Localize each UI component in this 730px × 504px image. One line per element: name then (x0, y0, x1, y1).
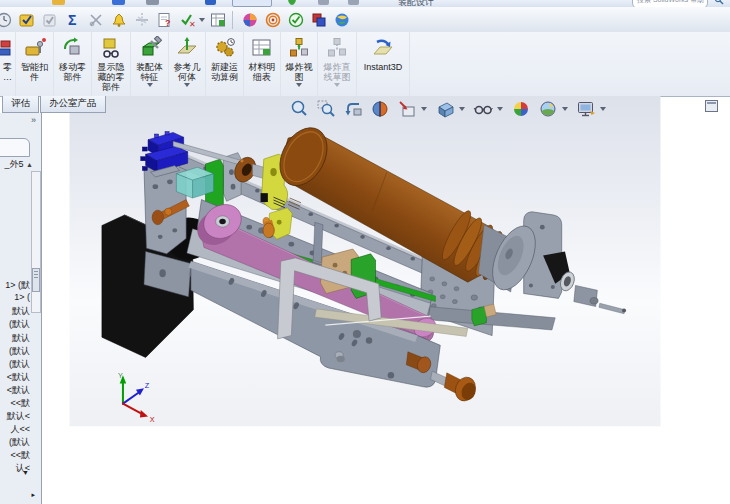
view-settings-icon[interactable] (575, 98, 596, 119)
tree-item[interactable]: (默认 (9, 358, 30, 371)
tree-item[interactable]: <默认 (7, 384, 30, 397)
tree-item[interactable]: (默认 (9, 345, 30, 358)
toolbar-separator (232, 11, 233, 29)
tree-item[interactable]: 1> ( (14, 292, 30, 302)
zoom-to-area-icon[interactable] (315, 98, 336, 119)
model-part-tan-bit[interactable] (484, 304, 496, 317)
select-tool-button[interactable] (232, 0, 272, 7)
dropdown-arrow-icon[interactable] (562, 107, 568, 111)
cm-show-hidden-components-button[interactable]: 显示隐 藏的零 部件 (92, 32, 131, 96)
tree-item[interactable]: (默认 (9, 436, 30, 449)
solidworks-window: 装配设计 搜索 SolidWorks 帮助 Σ ? ✕ 零 … 智能扣 件 (0, 0, 730, 504)
instant3d-icon (370, 35, 396, 61)
tree-item[interactable]: 默认 (12, 305, 30, 318)
print-icon[interactable] (146, 0, 159, 5)
cm-assembly-features-button[interactable]: 装配体 特征 (131, 32, 169, 96)
design-table-icon[interactable] (207, 10, 228, 30)
save-icon[interactable] (112, 0, 125, 5)
svg-text:Y: Y (118, 371, 123, 380)
svg-text:Z: Z (145, 381, 150, 390)
svg-text:X: X (150, 415, 155, 424)
tree-item[interactable]: 1> (默 (5, 279, 30, 292)
model-part-cyan-block[interactable] (176, 167, 213, 198)
equations-sigma-icon[interactable]: Σ (62, 10, 83, 30)
cm-reference-geometry-button[interactable]: 参考几 何体 (169, 32, 206, 96)
tree-item[interactable]: <<默 (10, 449, 30, 462)
heads-up-toolbar (288, 98, 613, 119)
approve-check-icon[interactable] (285, 10, 306, 30)
help-document-icon[interactable]: ? (154, 10, 175, 30)
section-view-icon[interactable] (369, 98, 390, 119)
search-icon[interactable] (714, 0, 724, 5)
cm-explode-line-sketch-button[interactable]: 爆炸直 线草图 (318, 32, 357, 96)
tree-item[interactable]: <<默 (10, 397, 30, 410)
model-part-green-bit[interactable] (472, 306, 487, 325)
tab-office-products[interactable]: 办公室产品 (40, 96, 106, 113)
dropdown-arrow-icon[interactable] (199, 18, 205, 22)
folder-icon[interactable] (52, 0, 65, 5)
zoom-to-fit-icon[interactable] (288, 98, 309, 119)
dropdown-arrow-icon[interactable] (421, 107, 427, 111)
cm-move-component-button[interactable]: 移动零 部件 (54, 32, 92, 96)
tree-item[interactable]: 默认< (7, 410, 30, 423)
tree-item[interactable]: (默认 (9, 318, 30, 331)
window-restore-icon[interactable] (705, 100, 718, 112)
dropdown-arrow-icon[interactable] (334, 83, 340, 87)
world-sphere-icon[interactable] (331, 10, 352, 30)
cm-new-motion-study-button[interactable]: 新建运 动算例 (206, 32, 244, 96)
compare-squares-icon[interactable] (308, 10, 329, 30)
command-tab-strip: 评估 办公室产品 (2, 96, 107, 113)
tree-item[interactable]: 人<< (10, 423, 30, 436)
panel-resize-icon[interactable]: ▸ (31, 491, 35, 499)
check-wand-icon[interactable]: ✕ (177, 10, 198, 30)
feature-manager-panel: » _外5 ▲ 1> (默 1> ( 默认 (默认 默认 (默认 (默认 <默认… (0, 113, 42, 504)
undo-icon[interactable] (205, 0, 216, 5)
previous-view-icon[interactable] (342, 98, 363, 119)
panel-tab[interactable] (0, 138, 30, 157)
alert-bell-icon[interactable] (108, 10, 129, 30)
tree-item[interactable]: 默认 (12, 332, 30, 345)
rebuild-icon[interactable] (288, 0, 296, 5)
dropdown-arrow-icon[interactable] (459, 107, 465, 111)
tree-scrollbar-thumb[interactable] (32, 268, 40, 292)
render-ball-icon[interactable] (239, 10, 260, 30)
tree-overflow-icon[interactable]: ▼ (22, 469, 29, 476)
insert-component-icon (0, 35, 14, 61)
reference-geometry-icon (174, 35, 200, 61)
no-sketch-icon[interactable] (85, 10, 106, 30)
tree-item[interactable]: <默认 (7, 371, 30, 384)
tab-evaluate[interactable]: 评估 (2, 96, 39, 113)
cm-smart-fasteners-button[interactable]: 智能扣 件 (16, 32, 54, 96)
display-style-icon[interactable] (434, 98, 455, 119)
cm-instant3d-button[interactable]: Instant3D (357, 32, 410, 96)
tree-root-item[interactable]: _外5 ▲ (5, 158, 33, 171)
standard-toolbar: Σ ? ✕ (0, 7, 730, 33)
verify-box-icon[interactable] (16, 10, 37, 30)
view-orientation-icon[interactable] (396, 98, 417, 119)
command-manager: 零 … 智能扣 件 移动零 部件 显示隐 藏的零 部件 装配体 特征 参考几 何… (0, 32, 730, 97)
cm-insert-component-button[interactable]: 零 … (0, 32, 16, 96)
viewport-3d-canvas[interactable]: Y Z X (0, 96, 730, 504)
dropdown-arrow-icon[interactable] (184, 83, 190, 87)
history-clock-icon[interactable] (0, 10, 14, 30)
checkbox-icon[interactable] (39, 10, 60, 30)
cm-exploded-view-button[interactable]: 爆炸视 图 (281, 32, 318, 96)
new-motion-study-icon (212, 35, 238, 61)
dropdown-arrow-icon[interactable] (296, 83, 302, 87)
cm-bill-of-materials-button[interactable]: 材料明 细表 (244, 32, 281, 96)
dropdown-arrow-icon[interactable] (147, 83, 153, 87)
dropdown-arrow-icon[interactable] (497, 107, 503, 111)
options-icon[interactable] (318, 0, 329, 5)
svg-text:?: ? (165, 18, 171, 28)
target-rings-icon[interactable] (262, 10, 283, 30)
tree-scrollbar[interactable] (31, 171, 41, 313)
assembly-features-icon (137, 35, 163, 61)
edit-appearance-icon[interactable] (510, 98, 531, 119)
help-icon[interactable] (348, 0, 359, 5)
hide-show-items-icon[interactable] (472, 98, 493, 119)
symmetry-icon[interactable] (131, 10, 152, 30)
panel-expand-chevron[interactable]: » (31, 115, 36, 125)
dropdown-arrow-icon[interactable] (600, 107, 606, 111)
exploded-view-icon (286, 35, 312, 61)
apply-scene-icon[interactable] (537, 98, 558, 119)
